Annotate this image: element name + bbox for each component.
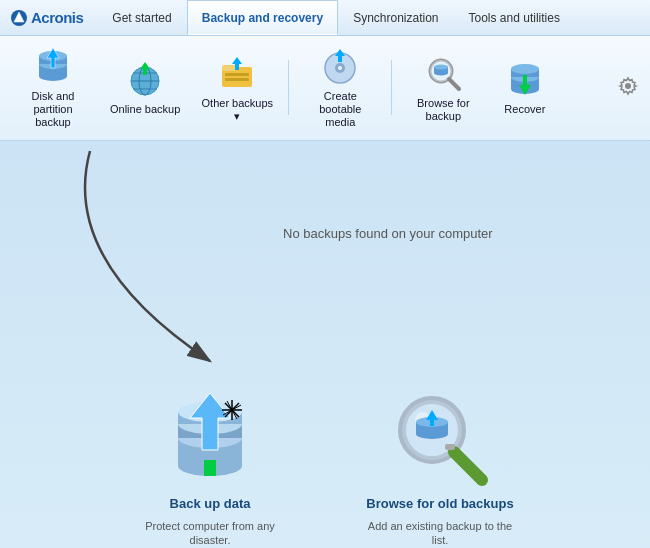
- toolbar-online-backup[interactable]: Online backup: [102, 55, 188, 120]
- disk-partition-label: Disk and partition backup: [16, 90, 90, 130]
- toolbar: Disk and partition backup Online backup: [0, 36, 650, 141]
- toolbar-recover[interactable]: Recover: [492, 55, 557, 120]
- top-bar: Acronis Get started Backup and recovery …: [0, 0, 650, 36]
- browse-old-backups-action[interactable]: Browse for old backups Add an existing b…: [365, 388, 515, 548]
- back-up-data-icon: [160, 388, 260, 488]
- svg-point-33: [511, 64, 539, 74]
- toolbar-create-bootable[interactable]: Create bootable media: [295, 42, 385, 134]
- toolbar-disk-partition[interactable]: Disk and partition backup: [8, 42, 98, 134]
- toolbar-separator-2: [391, 60, 392, 115]
- gear-icon: [618, 76, 638, 96]
- create-bootable-icon: [320, 46, 360, 86]
- svg-line-25: [449, 79, 459, 89]
- other-backups-icon: [217, 53, 257, 93]
- settings-button[interactable]: [614, 72, 642, 103]
- toolbar-browse-backup[interactable]: Browse for backup: [398, 49, 488, 127]
- svg-rect-56: [445, 444, 455, 450]
- svg-line-55: [454, 452, 482, 480]
- recover-icon: [505, 59, 545, 99]
- browse-old-backups-icon: [390, 388, 490, 488]
- logo-text: Acronis: [31, 9, 83, 26]
- online-backup-label: Online backup: [110, 103, 180, 116]
- tab-get-started[interactable]: Get started: [97, 0, 186, 35]
- back-up-data-desc: Protect computer from any disaster.: [135, 519, 285, 548]
- main-content: No backups found on your computer: [0, 141, 650, 548]
- tab-backup-recovery[interactable]: Backup and recovery: [187, 0, 338, 35]
- app-logo: Acronis: [4, 9, 89, 27]
- svg-rect-16: [225, 73, 249, 76]
- toolbar-other-backups[interactable]: Other backups ▾: [192, 49, 282, 127]
- back-up-data-action[interactable]: Back up data Protect computer from any d…: [135, 388, 285, 548]
- online-backup-icon: [125, 59, 165, 99]
- disk-partition-icon: [33, 46, 73, 86]
- svg-point-28: [434, 64, 448, 69]
- back-up-data-title: Back up data: [170, 496, 251, 511]
- svg-rect-17: [225, 78, 249, 81]
- browse-backup-icon: [423, 53, 463, 93]
- create-bootable-label: Create bootable media: [303, 90, 377, 130]
- browse-old-backups-desc: Add an existing backup to the list.: [365, 519, 515, 548]
- svg-rect-44: [204, 460, 216, 476]
- browse-old-backups-title: Browse for old backups: [366, 496, 513, 511]
- svg-point-35: [625, 83, 631, 89]
- acronis-logo-icon: [10, 9, 28, 27]
- svg-point-21: [338, 66, 342, 70]
- other-backups-label: Other backups ▾: [200, 97, 274, 123]
- tab-tools-utilities[interactable]: Tools and utilities: [454, 0, 575, 35]
- arrow-indicator: [30, 141, 260, 401]
- no-backup-message: No backups found on your computer: [283, 226, 493, 241]
- svg-rect-15: [222, 65, 236, 71]
- recover-label: Recover: [504, 103, 545, 116]
- tab-synchronization[interactable]: Synchronization: [338, 0, 453, 35]
- browse-backup-label: Browse for backup: [406, 97, 480, 123]
- action-icons-row: Back up data Protect computer from any d…: [0, 388, 650, 548]
- main-nav: Get started Backup and recovery Synchron…: [97, 0, 575, 35]
- toolbar-separator-1: [288, 60, 289, 115]
